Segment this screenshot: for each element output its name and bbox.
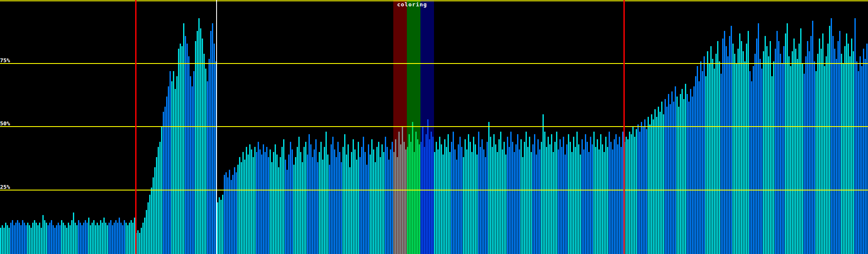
usage-bar	[507, 137, 508, 254]
usage-bar	[851, 39, 852, 254]
usage-bar	[766, 46, 768, 254]
usage-bar	[183, 23, 184, 254]
usage-bar	[303, 147, 305, 254]
usage-bar	[473, 137, 474, 254]
usage-bar	[17, 220, 18, 254]
usage-bar	[380, 157, 381, 254]
usage-bar	[120, 223, 122, 254]
usage-bar	[95, 225, 96, 254]
usage-bar	[554, 142, 556, 254]
usage-bar	[510, 132, 512, 254]
usage-bar	[34, 220, 35, 254]
usage-bar	[653, 119, 654, 254]
usage-bar	[634, 137, 635, 254]
gridline-100pct	[0, 0, 868, 1]
usage-bar	[31, 228, 32, 254]
usage-bar	[593, 132, 595, 254]
usage-bar	[407, 147, 408, 254]
usage-bar	[700, 61, 701, 254]
usage-bar	[125, 223, 127, 254]
usage-bar	[524, 142, 525, 254]
usage-bar	[322, 160, 323, 254]
usage-bar	[487, 142, 488, 254]
usage-bar	[737, 49, 739, 254]
usage-bar	[351, 152, 352, 254]
white-marker-line	[216, 0, 217, 254]
axis-tick-label: 25%	[0, 184, 10, 190]
usage-bar	[63, 223, 64, 254]
usage-bar	[454, 149, 456, 254]
usage-bar	[588, 152, 590, 254]
usage-bar	[259, 149, 261, 254]
usage-bar	[470, 142, 471, 254]
usage-bar	[710, 46, 712, 254]
usage-bar	[654, 109, 656, 254]
usage-bar	[754, 54, 756, 254]
usage-bar	[715, 54, 717, 254]
usage-bar	[732, 44, 734, 254]
usage-bar	[658, 107, 659, 254]
usage-bar	[807, 41, 808, 254]
usage-bar	[44, 220, 45, 254]
usage-bar	[205, 69, 206, 254]
usage-bar	[68, 223, 69, 254]
usage-bar	[188, 56, 189, 254]
usage-bar	[220, 200, 222, 254]
usage-bar	[797, 59, 798, 254]
usage-bar	[565, 155, 566, 254]
usage-bar	[212, 23, 213, 254]
usage-bar	[307, 155, 308, 254]
usage-bar	[305, 142, 306, 254]
usage-bar	[37, 225, 39, 254]
usage-bar	[295, 157, 296, 254]
usage-bar	[25, 225, 27, 254]
usage-bar	[663, 114, 664, 254]
usage-bar	[153, 177, 154, 254]
usage-bar	[815, 71, 817, 254]
usage-bar	[556, 132, 557, 254]
usage-bar	[114, 223, 115, 254]
usage-bar	[32, 223, 33, 254]
usage-bar	[692, 97, 693, 254]
usage-bar	[232, 175, 234, 254]
usage-bar	[151, 188, 152, 254]
usage-bar	[186, 44, 188, 254]
usage-bar	[741, 41, 742, 254]
usage-bar	[359, 157, 361, 254]
usage-bar	[809, 51, 810, 254]
usage-bar	[10, 223, 11, 254]
usage-bar	[51, 220, 52, 254]
usage-bar	[61, 220, 62, 254]
usage-bar	[137, 230, 139, 254]
usage-bar	[180, 44, 181, 254]
usage-bar	[587, 142, 588, 254]
usage-bar	[644, 119, 645, 254]
usage-bar	[19, 223, 20, 254]
usage-bar	[42, 215, 44, 254]
usage-bar	[426, 134, 427, 254]
usage-bar	[131, 220, 132, 254]
usage-bar	[673, 102, 674, 254]
usage-bar	[466, 149, 467, 254]
usage-bar	[437, 149, 439, 254]
usage-bar	[392, 142, 393, 254]
usage-bar	[705, 76, 707, 254]
usage-bar	[795, 49, 796, 254]
usage-bar	[770, 41, 771, 254]
usage-bar	[778, 41, 779, 254]
usage-bar	[97, 223, 98, 254]
usage-bar	[334, 149, 335, 254]
usage-bar	[195, 41, 196, 254]
usage-bar	[156, 157, 157, 254]
usage-bar	[583, 149, 584, 254]
usage-bar	[124, 220, 125, 254]
usage-bar	[761, 69, 762, 254]
usage-bar	[198, 18, 200, 254]
usage-bar	[293, 165, 295, 254]
usage-bar	[451, 142, 452, 254]
usage-bar	[431, 132, 432, 254]
usage-bar	[381, 144, 383, 254]
usage-bar	[719, 61, 720, 254]
usage-bar	[649, 124, 651, 254]
usage-bar	[119, 218, 120, 254]
